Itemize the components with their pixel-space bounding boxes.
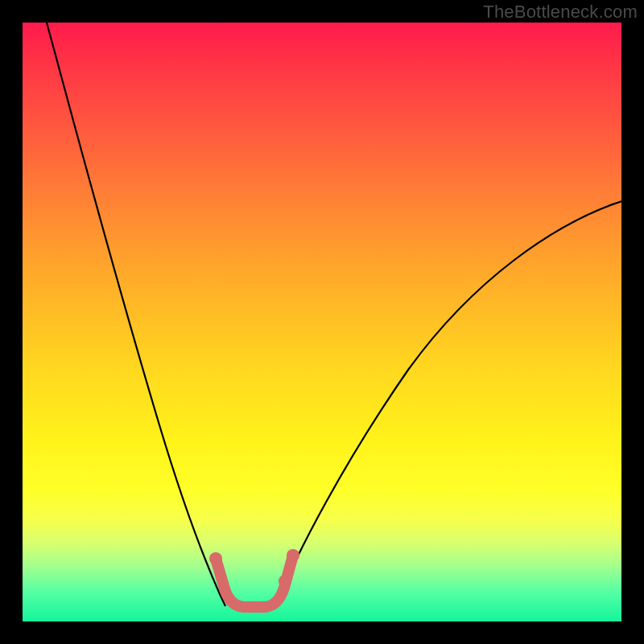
curves-svg: [23, 23, 621, 621]
watermark-text: TheBottleneck.com: [483, 2, 638, 23]
plot-area: [23, 23, 621, 621]
left-curve: [47, 23, 225, 606]
marker-dot: [279, 575, 291, 588]
right-curve: [275, 201, 621, 606]
marker-dot: [287, 549, 299, 562]
marker-dot: [209, 552, 222, 565]
chart-frame: TheBottleneck.com: [0, 0, 644, 644]
